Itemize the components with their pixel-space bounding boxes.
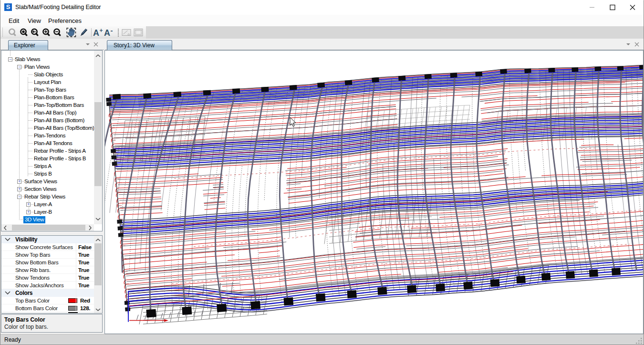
svg-text:+: + <box>100 27 103 34</box>
svg-text:-: - <box>111 26 113 34</box>
svg-text:A: A <box>104 28 110 38</box>
svg-text:A: A <box>93 28 99 38</box>
